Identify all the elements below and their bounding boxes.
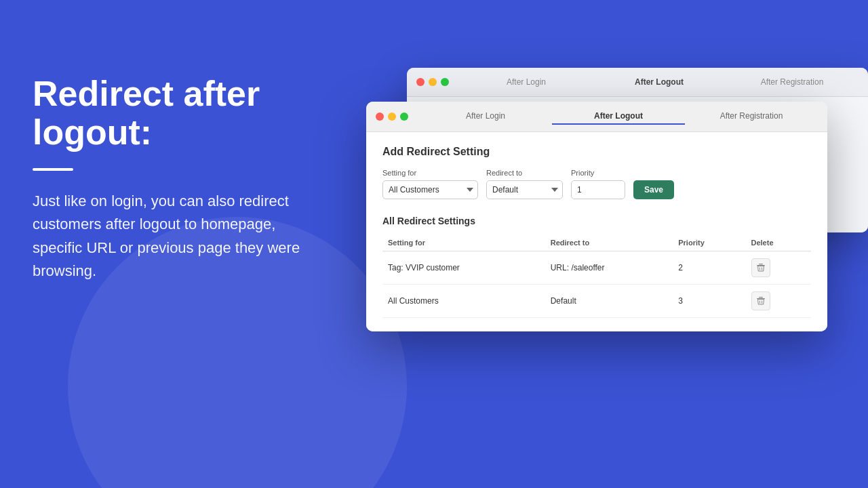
back-tl-yellow bbox=[429, 78, 437, 86]
row1-redirect-to: URL: /saleoffer bbox=[545, 251, 673, 285]
headline: Redirect after logout: bbox=[33, 75, 324, 152]
col-redirect-to: Redirect to bbox=[545, 235, 673, 251]
setting-for-select[interactable]: All Customers Tag: VVIP customer bbox=[382, 180, 478, 199]
priority-label: Priority bbox=[571, 169, 625, 177]
front-tab-bar: After Login After Logout After Registrat… bbox=[419, 108, 818, 125]
trash-icon bbox=[756, 263, 766, 272]
tab-after-login[interactable]: After Login bbox=[419, 108, 552, 125]
redirect-to-group: Redirect to Default Homepage Previous Pa… bbox=[486, 169, 563, 199]
redirect-settings-table: Setting for Redirect to Priority Delete … bbox=[382, 235, 811, 318]
setting-for-label: Setting for bbox=[382, 169, 478, 177]
row2-delete-button[interactable] bbox=[751, 291, 770, 310]
back-tab-after-logout[interactable]: After Logout bbox=[593, 75, 726, 89]
all-settings-section: All Redirect Settings Setting for Redire… bbox=[382, 216, 811, 318]
back-tl-green bbox=[441, 78, 449, 86]
add-redirect-section: Add Redirect Setting Setting for All Cus… bbox=[382, 146, 811, 199]
table-header-row: Setting for Redirect to Priority Delete bbox=[382, 235, 811, 251]
add-redirect-form: Setting for All Customers Tag: VVIP cust… bbox=[382, 169, 811, 199]
row2-setting-for: All Customers bbox=[382, 285, 545, 318]
back-tab-bar: After Login After Logout After Registrat… bbox=[460, 75, 859, 89]
row1-delete-button[interactable] bbox=[751, 258, 770, 277]
redirect-to-select[interactable]: Default Homepage Previous Page Specific … bbox=[486, 180, 563, 199]
col-delete: Delete bbox=[746, 235, 812, 251]
description: Just like on login, you can also redirec… bbox=[33, 190, 324, 282]
table-row: Tag: VVIP customer URL: /saleoffer 2 bbox=[382, 251, 811, 285]
trash-icon bbox=[756, 296, 766, 306]
all-settings-title: All Redirect Settings bbox=[382, 216, 811, 226]
row2-redirect-to: Default bbox=[545, 285, 673, 318]
row1-delete-cell bbox=[746, 251, 812, 285]
back-tab-after-login[interactable]: After Login bbox=[460, 75, 593, 89]
table-row: All Customers Default 3 bbox=[382, 285, 811, 318]
front-traffic-lights bbox=[376, 113, 408, 121]
browser-window-front: After Login After Logout After Registrat… bbox=[366, 102, 827, 331]
row2-priority: 3 bbox=[673, 285, 745, 318]
save-button[interactable]: Save bbox=[633, 180, 674, 199]
back-tl-red bbox=[416, 78, 425, 86]
setting-for-group: Setting for All Customers Tag: VVIP cust… bbox=[382, 169, 478, 199]
front-content-area: Add Redirect Setting Setting for All Cus… bbox=[366, 132, 827, 331]
divider bbox=[33, 168, 73, 171]
front-title-bar: After Login After Logout After Registrat… bbox=[366, 102, 827, 132]
redirect-to-label: Redirect to bbox=[486, 169, 563, 177]
front-tl-green bbox=[400, 113, 408, 121]
svg-rect-5 bbox=[759, 297, 763, 298]
back-traffic-lights bbox=[416, 78, 449, 86]
row2-delete-cell bbox=[746, 285, 812, 318]
tab-after-registration[interactable]: After Registration bbox=[685, 108, 818, 125]
priority-input[interactable] bbox=[571, 180, 625, 199]
svg-rect-1 bbox=[759, 264, 763, 264]
col-priority: Priority bbox=[673, 235, 745, 251]
left-panel: Redirect after logout: Just like on logi… bbox=[33, 75, 324, 283]
back-tab-after-registration[interactable]: After Registration bbox=[726, 75, 859, 89]
priority-group: Priority bbox=[571, 169, 625, 199]
tab-after-logout[interactable]: After Logout bbox=[552, 108, 685, 125]
row1-priority: 2 bbox=[673, 251, 745, 285]
row1-setting-for: Tag: VVIP customer bbox=[382, 251, 545, 285]
windows-container: After Login After Logout After Registrat… bbox=[366, 68, 854, 393]
add-redirect-title: Add Redirect Setting bbox=[382, 146, 811, 158]
front-tl-red bbox=[376, 113, 384, 121]
front-tl-yellow bbox=[388, 113, 396, 121]
back-title-bar: After Login After Logout After Registrat… bbox=[407, 68, 868, 97]
col-setting-for: Setting for bbox=[382, 235, 545, 251]
